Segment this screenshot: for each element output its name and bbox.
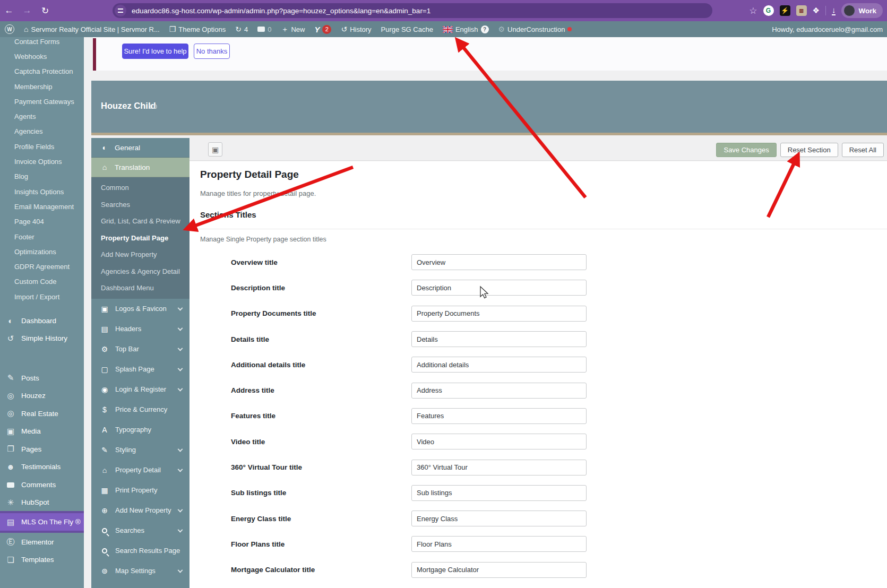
site-name-menu[interactable]: ⌂Servmor Realty Official Site | Servmor … [19, 21, 165, 37]
theme-menu-sub-agencies-agency-detail[interactable]: Agencies & Agency Detail [91, 263, 190, 280]
sidebar-item-pages[interactable]: ❐Pages [0, 440, 84, 458]
field-input-description-title[interactable] [411, 280, 587, 296]
sidebar-subitem-invoice-options[interactable]: Invoice Options [0, 154, 84, 169]
reset-section-button[interactable]: Reset Section [780, 143, 838, 157]
sidebar-subitem-agencies[interactable]: Agencies [0, 124, 84, 139]
back-icon[interactable]: ← [0, 5, 18, 16]
notice-accept-button[interactable]: Sure! I'd love to help [122, 44, 188, 59]
howdy-account-menu[interactable]: Howdy, eduardoceruelo@gmail.com [772, 25, 887, 33]
field-input-energy-class-title[interactable] [411, 511, 587, 526]
sidebar-item-templates[interactable]: ❏Templates [0, 551, 84, 569]
sidebar-subitem-membership[interactable]: Membership [0, 79, 84, 94]
sidebar-subitem-payment-gateways[interactable]: Payment Gateways [0, 94, 84, 109]
field-input-360-virtual-tour-title[interactable] [411, 460, 587, 475]
theme-menu-search-results-page[interactable]: Search Results Page [91, 541, 190, 561]
yoast-menu[interactable]: Y2 [309, 21, 336, 37]
field-input-floor-plans-title[interactable] [411, 536, 587, 552]
sidebar-item-simple-history[interactable]: ↺Simple History [0, 330, 84, 348]
sidebar-item-dashboard[interactable]: ◐Dashboard [0, 312, 84, 330]
field-input-additional-details-title[interactable] [411, 357, 587, 373]
comments-menu[interactable]: 0 [253, 21, 276, 37]
grammarly-extension-icon[interactable]: G [763, 5, 774, 16]
sidebar-subitem-page-404[interactable]: Page 404 [0, 214, 84, 229]
sidebar-subitem-custom-code[interactable]: Custom Code [0, 274, 84, 289]
sidebar-subitem-insights-options[interactable]: Insights Options [0, 184, 84, 199]
history-menu[interactable]: ↺History [336, 21, 376, 37]
sidebar-item-comments[interactable]: Comments [0, 475, 84, 494]
flash-extension-icon[interactable]: ⚡ [780, 5, 790, 16]
field-input-features-title[interactable] [411, 408, 587, 424]
theme-menu-styling[interactable]: ✎Styling [91, 440, 190, 460]
layout-toggle-button[interactable]: ▣ [208, 142, 222, 157]
field-input-mortgage-calculator-title[interactable] [411, 562, 587, 578]
sidebar-subitem-profile-fields[interactable]: Profile Fields [0, 139, 84, 154]
sidebar-item-real-estate[interactable]: ◎Real Estate [0, 404, 84, 422]
theme-menu-top-bar[interactable]: ⚙Top Bar [91, 339, 190, 359]
url-text[interactable]: eduardoc86.sg-host.com/wp-admin/admin.ph… [132, 7, 430, 15]
language-menu[interactable]: English ? [438, 21, 494, 37]
theme-menu-translation[interactable]: ⌂Translation [91, 158, 190, 177]
theme-menu-logos-favicon[interactable]: ▣Logos & Favicon [91, 299, 190, 319]
extensions-puzzle-icon[interactable]: ❖ [813, 6, 820, 15]
purge-cache-menu[interactable]: Purge SG Cache [376, 21, 438, 37]
save-changes-button[interactable]: Save Changes [716, 143, 776, 157]
reset-all-button[interactable]: Reset All [842, 143, 884, 157]
theme-menu-sub-add-new-property[interactable]: Add New Property [91, 246, 190, 263]
theme-menu-sub-grid-list-card-preview[interactable]: Grid, List, Card & Preview [91, 213, 190, 230]
field-input-sub-listings-title[interactable] [411, 485, 587, 501]
theme-menu-print-property[interactable]: ▦Print Property [91, 480, 190, 500]
site-info-icon[interactable] [115, 5, 126, 16]
sidebar-subitem-email-management[interactable]: Email Management [0, 199, 84, 214]
theme-menu-property-detail[interactable]: ⌂Property Detail [91, 460, 190, 480]
theme-menu-typography[interactable]: ATypography [91, 420, 190, 440]
theme-menu-price-currency[interactable]: $Price & Currency [91, 400, 190, 420]
extension-icon[interactable]: ▥ [796, 5, 807, 16]
reload-icon[interactable]: ↻ [36, 5, 54, 16]
bookmark-star-icon[interactable]: ☆ [749, 5, 757, 16]
theme-menu-sub-dashboard-menu[interactable]: Dashboard Menu [91, 280, 190, 297]
browser-profile-chip[interactable]: Work [841, 3, 883, 18]
sidebar-subitem-contact-forms[interactable]: Contact Forms [0, 37, 84, 49]
forward-icon[interactable]: → [18, 5, 36, 16]
sidebar-item-posts[interactable]: ✎Posts [0, 369, 84, 387]
field-input-details-title[interactable] [411, 331, 587, 347]
theme-menu-splash-page[interactable]: ▢Splash Page [91, 359, 190, 379]
sidebar-item-hubspot[interactable]: ✳HubSpot [0, 494, 84, 512]
theme-menu-half-map[interactable]: ⊚Half Map [91, 581, 190, 588]
wp-logo-menu[interactable]: W [0, 21, 19, 37]
help-icon[interactable]: ? [481, 25, 489, 33]
notice-decline-button[interactable]: No thanks [194, 44, 230, 59]
theme-menu-sub-common[interactable]: Common [91, 179, 190, 196]
sidebar-subitem-captcha-protection[interactable]: Captcha Protection [0, 64, 84, 79]
sidebar-subitem-agents[interactable]: Agents [0, 109, 84, 124]
theme-menu-sub-searches[interactable]: Searches [91, 196, 190, 213]
field-input-overview-title[interactable] [411, 254, 587, 270]
sidebar-subitem-webhooks[interactable]: Webhooks [0, 49, 84, 64]
theme-menu-general[interactable]: ◐General [91, 138, 190, 158]
downloads-icon[interactable]: ↓ [832, 6, 836, 15]
sidebar-subitem-import-export[interactable]: Import / Export [0, 289, 84, 304]
theme-menu-add-new-property[interactable]: ⊕Add New Property [91, 500, 190, 521]
sidebar-subitem-footer[interactable]: Footer [0, 229, 84, 244]
field-input-video-title[interactable] [411, 434, 587, 449]
theme-menu-login-register[interactable]: ◉Login & Register [91, 379, 190, 400]
underconstruction-menu[interactable]: ⚙UnderConstruction [494, 21, 577, 37]
field-input-address-title[interactable] [411, 383, 587, 399]
sidebar-item-media[interactable]: ▣Media [0, 422, 84, 440]
sidebar-item-houzez[interactable]: ◎Houzez [0, 387, 84, 405]
new-content-menu[interactable]: ＋New [276, 21, 309, 37]
field-input-property-documents-title[interactable] [411, 306, 587, 322]
theme-menu-sub-property-detail-page[interactable]: Property Detail Page [91, 230, 190, 247]
sidebar-item-testimonials[interactable]: ☻Testimonials [0, 458, 84, 476]
theme-menu-headers[interactable]: ▤Headers [91, 319, 190, 339]
sidebar-item-mls-on-the-fly[interactable]: ▤MLS On The Fly ® [0, 511, 84, 533]
address-bar[interactable]: eduardoc86.sg-host.com/wp-admin/admin.ph… [113, 3, 712, 18]
sidebar-subitem-blog[interactable]: Blog [0, 169, 84, 184]
theme-menu-map-settings[interactable]: ⊚Map Settings [91, 561, 190, 581]
updates-menu[interactable]: ↻4 [230, 21, 253, 37]
sidebar-subitem-optimizations[interactable]: Optimizations [0, 244, 84, 259]
theme-options-menu[interactable]: ❒Theme Options [165, 21, 230, 37]
sidebar-item-elementor[interactable]: ⒺElementor [0, 533, 84, 551]
sidebar-subitem-gdpr-agreement[interactable]: GDPR Agreement [0, 259, 84, 274]
theme-menu-searches[interactable]: Searches [91, 521, 190, 541]
